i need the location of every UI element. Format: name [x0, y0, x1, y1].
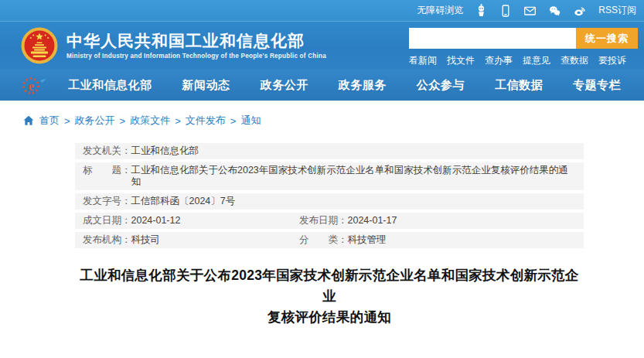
breadcrumb-gov-disclosure[interactable]: 政务公开	[75, 114, 115, 128]
meta-value: 工业和信息化部	[131, 145, 199, 157]
meta-label: 标 题：	[83, 165, 131, 188]
document-card: 发文机关： 工业和信息化部 标 题： 工业和信息化部关于公布2023年国家技术创…	[75, 143, 584, 358]
quick-link-feedback[interactable]: 提意见	[523, 54, 550, 67]
accessibility-label: 无障碍浏览	[417, 4, 463, 17]
breadcrumb-notice[interactable]: 通知	[240, 114, 261, 128]
breadcrumb-policy-files[interactable]: 政策文件	[130, 114, 170, 128]
breadcrumb: 首页 > 政务公开 > 政策文件 > 文件发布 > 通知	[23, 114, 644, 128]
nav-item-gov-disclosure[interactable]: 政务公开	[261, 78, 308, 93]
meta-label: 成文日期：	[83, 215, 131, 227]
meta-row-doc-number: 发文字号： 工信部科函〔2024〕7号	[75, 193, 584, 210]
nav-item-public-participation[interactable]: 公众参与	[417, 78, 465, 93]
weibo-icon[interactable]	[573, 5, 587, 17]
national-emblem-icon	[20, 26, 59, 65]
meta-label: 发文字号：	[83, 196, 131, 207]
quick-link-news[interactable]: 看新闻	[409, 54, 437, 67]
svg-text:e: e	[28, 80, 33, 93]
meta-value: 2024-01-17	[348, 215, 397, 227]
meta-row-dates: 成文日期： 2024-01-12 发布日期： 2024-01-17	[75, 213, 584, 229]
document-title: 工业和信息化部关于公布2023年国家技术创新示范企业名单和国家技术创新示范企业 …	[75, 265, 584, 328]
breadcrumb-home[interactable]: 首页	[39, 114, 60, 128]
breadcrumb-separator: >	[120, 115, 126, 127]
brand-text: 中华人民共和国工业和信息化部 Ministry of Industry and …	[66, 32, 326, 60]
meta-value: 工信部科函〔2024〕7号	[131, 196, 236, 207]
meta-value: 科技管理	[348, 234, 387, 246]
quick-link-services[interactable]: 查办事	[485, 54, 513, 67]
robot-assistant-icon[interactable]	[475, 4, 488, 17]
wechat-icon[interactable]	[548, 5, 561, 17]
main-nav: e 工业和信息化部 新闻动态 政务公开 政务服务 公众参与 工信数据 专题专栏	[0, 70, 644, 101]
quick-link-complaint[interactable]: 要投诉	[598, 54, 626, 67]
meta-label: 发文机关：	[83, 145, 131, 157]
accessibility-link[interactable]: 无障碍浏览	[417, 4, 463, 17]
rss-link[interactable]: RSS订阅	[598, 4, 636, 17]
nav-item-miit[interactable]: 工业和信息化部	[68, 78, 152, 93]
document-meta-table: 发文机关： 工业和信息化部 标 题： 工业和信息化部关于公布2023年国家技术创…	[75, 143, 584, 248]
breadcrumb-separator: >	[230, 115, 237, 127]
mobile-phone-icon[interactable]	[499, 5, 512, 17]
nav-item-news[interactable]: 新闻动态	[182, 78, 230, 93]
nav-items: 工业和信息化部 新闻动态 政务公开 政务服务 公众参与 工信数据 专题专栏	[68, 78, 621, 93]
mail-icon[interactable]	[523, 5, 537, 17]
rss-label: RSS订阅	[598, 4, 636, 17]
meta-label: 发布机构：	[83, 234, 131, 246]
nav-item-miit-data[interactable]: 工信数据	[495, 78, 543, 93]
breadcrumb-separator: >	[175, 115, 181, 127]
home-icon[interactable]	[23, 115, 34, 126]
miit-logo-icon: e	[20, 74, 49, 96]
search-area: 统一搜索 看新闻 找文件 查办事 提意见 查数据 要投诉	[409, 28, 638, 67]
site-title: 中华人民共和国工业和信息化部	[66, 32, 326, 50]
search-input[interactable]	[409, 28, 576, 49]
search-quick-links: 看新闻 找文件 查办事 提意见 查数据 要投诉	[409, 54, 638, 67]
meta-row-issuing-agency: 发文机关： 工业和信息化部	[75, 143, 584, 159]
document-title-line1: 工业和信息化部关于公布2023年国家技术创新示范企业名单和国家技术创新示范企业	[80, 268, 578, 304]
quick-link-data[interactable]: 查数据	[561, 54, 588, 67]
meta-value: 科技司	[131, 234, 161, 246]
site-header: 中华人民共和国工业和信息化部 Ministry of Industry and …	[0, 22, 644, 70]
quick-link-files[interactable]: 找文件	[447, 54, 475, 67]
miit-website-page: 无障碍浏览	[0, 0, 644, 358]
meta-label: 分 类：	[299, 234, 348, 246]
nav-item-gov-services[interactable]: 政务服务	[339, 78, 387, 93]
meta-value: 工业和信息化部关于公布2023年国家技术创新示范企业名单和国家技术创新示范企业复…	[131, 165, 577, 188]
unified-search-button[interactable]: 统一搜索	[576, 28, 638, 49]
breadcrumb-separator: >	[64, 115, 70, 127]
meta-label: 发布日期：	[299, 215, 348, 227]
site-subtitle: Ministry of Industry and Information Tec…	[66, 53, 326, 60]
nav-item-special-topics[interactable]: 专题专栏	[573, 78, 621, 93]
meta-row-publisher-category: 发布机构： 科技司 分 类： 科技管理	[75, 232, 584, 248]
meta-value: 2024-01-12	[131, 215, 181, 227]
topbar: 无障碍浏览	[0, 0, 644, 22]
document-title-line2: 复核评价结果的通知	[267, 309, 391, 325]
meta-row-title: 标 题： 工业和信息化部关于公布2023年国家技术创新示范企业名单和国家技术创新…	[75, 162, 584, 190]
breadcrumb-file-release[interactable]: 文件发布	[186, 114, 226, 128]
site-brand[interactable]: 中华人民共和国工业和信息化部 Ministry of Industry and …	[20, 26, 326, 65]
